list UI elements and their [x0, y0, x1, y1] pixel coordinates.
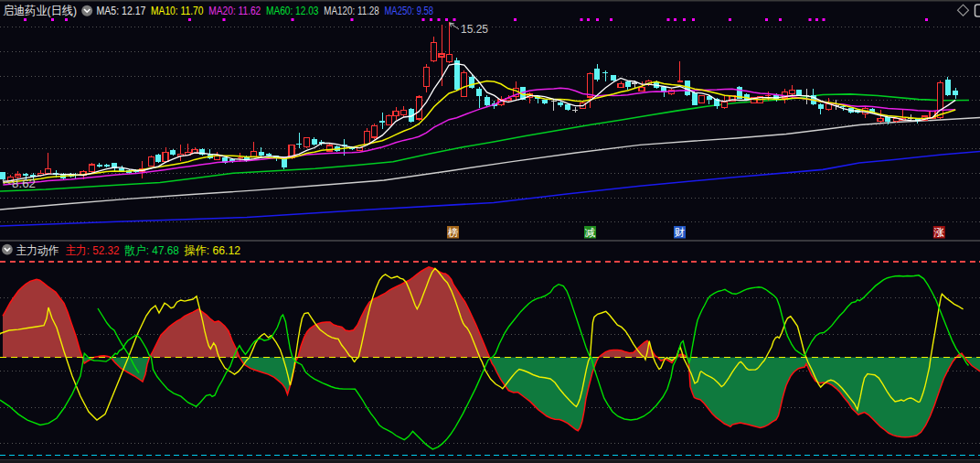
svg-text:MA20: 11.62: MA20: 11.62 [208, 4, 261, 17]
svg-text:8.62: 8.62 [12, 178, 36, 190]
svg-text:财: 财 [675, 227, 686, 238]
svg-text:主力: 52.32: 主力: 52.32 [65, 243, 119, 257]
svg-text:散户: 47.68: 散户: 47.68 [123, 243, 178, 257]
svg-text:MA250: 9.58: MA250: 9.58 [385, 4, 434, 17]
svg-text:MA10: 11.70: MA10: 11.70 [151, 4, 204, 17]
svg-text:涨: 涨 [934, 227, 945, 238]
svg-text:主力动作: 主力动作 [16, 243, 59, 257]
svg-text:启迪药业(日线): 启迪药业(日线) [3, 4, 77, 17]
svg-text:15.25: 15.25 [461, 23, 488, 36]
svg-text:操作: 66.12: 操作: 66.12 [184, 243, 240, 257]
svg-text:减: 减 [585, 227, 596, 238]
svg-text:MA120: 11.28: MA120: 11.28 [324, 4, 379, 17]
svg-text:MA5: 12.17: MA5: 12.17 [97, 4, 146, 17]
svg-text:榜: 榜 [448, 227, 459, 238]
svg-text:MA60: 12.03: MA60: 12.03 [266, 4, 319, 17]
